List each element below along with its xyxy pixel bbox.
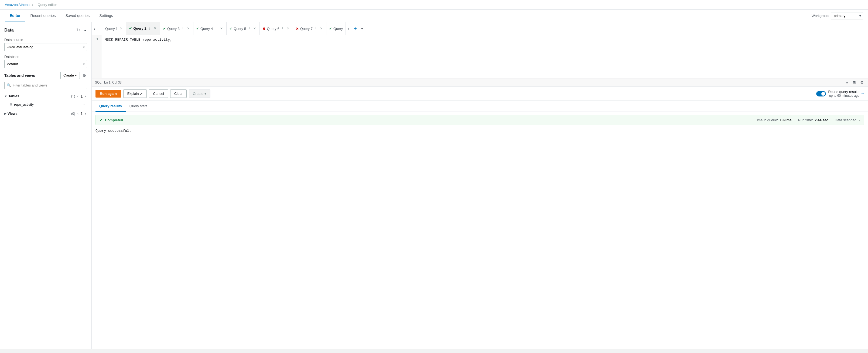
reuse-query-edit-button[interactable]: ✏ xyxy=(862,92,864,96)
views-arrow-icon: ▶ xyxy=(4,112,6,115)
q8-label: Query xyxy=(333,27,343,31)
q1-dots-icon: ⋮ xyxy=(100,26,104,31)
views-section-header[interactable]: ▶ Views (0) ‹ 1 › xyxy=(4,110,87,117)
data-source-label: Data source xyxy=(4,38,87,42)
create-button[interactable]: Create ▾ xyxy=(60,72,80,79)
views-pagination: ‹ 1 › xyxy=(76,111,87,116)
q7-dots-icon: ⋮ xyxy=(314,26,318,31)
editor-status-right: ≡ ⊞ ⚙ xyxy=(845,80,865,85)
tables-section-header[interactable]: ▼ Tables (1) ‹ 1 › xyxy=(4,92,87,100)
q1-close-button[interactable]: ✕ xyxy=(119,26,123,31)
cancel-button[interactable]: Cancel xyxy=(149,90,168,98)
refresh-icon-button[interactable]: ↻ xyxy=(75,27,81,33)
query-result-text: Query successful. xyxy=(92,125,868,137)
results-tab-query-results[interactable]: Query results xyxy=(95,101,126,112)
query-tab-q4[interactable]: ✔ Query 4 ⋮ ✕ xyxy=(193,22,226,35)
query-tabs-dropdown-button[interactable]: ▾ xyxy=(359,22,365,35)
tables-views-title: Tables and views xyxy=(4,73,35,78)
q1-label: Query 1 xyxy=(105,27,118,31)
editor-status-left: SQL Ln 1, Col 33 xyxy=(95,80,122,84)
data-source-select[interactable]: AwsDataCatalog xyxy=(4,43,87,51)
tables-next-button[interactable]: › xyxy=(84,94,87,99)
data-scanned-stat: Data scanned: - xyxy=(835,118,860,122)
query-tabs-bar: ‹ ⋮ Query 1 ✕ ✔ Query 2 ⋮ ✕ ✔ Query 3 ⋮ … xyxy=(92,22,868,35)
q4-close-button[interactable]: ✕ xyxy=(219,26,224,31)
views-next-button[interactable]: › xyxy=(84,111,87,116)
explain-button[interactable]: Explain ↗ xyxy=(123,90,147,98)
tables-prev-button[interactable]: ‹ xyxy=(76,94,80,99)
time-in-queue-stat: Time in queue: 139 ms xyxy=(755,118,792,122)
collapse-icon-button[interactable]: ◂ xyxy=(83,27,87,33)
tables-views-settings-icon[interactable]: ⚙ xyxy=(82,72,87,79)
completed-icon: ✔ xyxy=(99,118,103,122)
query-tab-q6[interactable]: ✖ Query 6 ⋮ ✕ xyxy=(260,22,293,35)
views-section: ▶ Views (0) ‹ 1 › xyxy=(4,110,87,117)
q3-dots-icon: ⋮ xyxy=(181,26,185,31)
q6-label: Query 6 xyxy=(267,27,279,31)
q2-label: Query 2 xyxy=(133,26,146,30)
q2-status-icon: ✔ xyxy=(129,26,132,30)
query-tab-q3[interactable]: ✔ Query 3 ⋮ ✕ xyxy=(160,22,193,35)
completed-text: Completed xyxy=(105,118,753,122)
database-select[interactable]: default xyxy=(4,60,87,68)
q3-close-button[interactable]: ✕ xyxy=(186,26,190,31)
code-editor[interactable]: 1 MSCK REPAIR TABLE repo_activity; xyxy=(92,35,868,78)
query-tabs-next-button[interactable]: › xyxy=(346,22,351,35)
query-tab-q8[interactable]: ✔ Query xyxy=(327,22,346,35)
table-row[interactable]: ⊞ repo_activity ⋮ xyxy=(4,100,87,109)
tab-saved-queries[interactable]: Saved queries xyxy=(61,10,95,22)
q5-status-icon: ✔ xyxy=(229,27,232,31)
toolbar-right: Reuse query results up to 60 minutes ago… xyxy=(816,90,864,98)
workgroup-area: Workgroup primary xyxy=(812,12,863,20)
database-label: Database xyxy=(4,55,87,59)
code-lines[interactable]: MSCK REPAIR TABLE repo_activity; xyxy=(101,35,868,78)
reuse-query-sublabel: up to 60 minutes ago xyxy=(829,94,859,98)
explain-label: Explain xyxy=(127,92,139,96)
run-again-button[interactable]: Run again xyxy=(95,90,121,98)
query-tabs-prev-button[interactable]: ‹ xyxy=(92,22,97,35)
nav-tabs: Editor Recent queries Saved queries Sett… xyxy=(5,10,118,22)
q5-close-button[interactable]: ✕ xyxy=(252,26,257,31)
query-tab-q5[interactable]: ✔ Query 5 ⋮ ✕ xyxy=(226,22,260,35)
q6-close-button[interactable]: ✕ xyxy=(286,26,290,31)
tab-recent-queries[interactable]: Recent queries xyxy=(25,10,60,22)
data-scanned-value: - xyxy=(859,118,860,122)
q6-status-icon: ✖ xyxy=(262,27,266,31)
table-view-icon-button[interactable]: ⊞ xyxy=(851,80,857,85)
tables-page: 1 xyxy=(81,94,83,98)
create-results-dropdown-icon: ▾ xyxy=(205,92,206,96)
tab-settings[interactable]: Settings xyxy=(94,10,118,22)
editor-cursor-pos: Ln 1, Col 33 xyxy=(104,80,122,84)
query-tab-q1[interactable]: ⋮ Query 1 ✕ xyxy=(97,22,126,35)
query-tab-q7[interactable]: ✖ Query 7 ⋮ ✕ xyxy=(293,22,327,35)
create-results-label: Create xyxy=(193,92,204,96)
tab-editor[interactable]: Editor xyxy=(5,10,25,22)
query-tab-q2[interactable]: ✔ Query 2 ⋮ ✕ xyxy=(126,22,160,35)
workgroup-wrapper: primary xyxy=(831,12,863,20)
views-label: Views xyxy=(7,112,70,116)
search-input[interactable] xyxy=(13,83,85,87)
q7-label: Query 7 xyxy=(300,27,313,31)
q2-close-button[interactable]: ✕ xyxy=(153,26,157,30)
breadcrumb-parent-link[interactable]: Amazon Athena xyxy=(5,3,30,7)
reuse-query-toggle[interactable] xyxy=(816,91,826,97)
add-query-tab-button[interactable]: + xyxy=(351,22,359,35)
q3-label: Query 3 xyxy=(167,27,180,31)
format-icon-button[interactable]: ≡ xyxy=(845,80,849,85)
q7-close-button[interactable]: ✕ xyxy=(319,26,323,31)
content-area: ‹ ⋮ Query 1 ✕ ✔ Query 2 ⋮ ✕ ✔ Query 3 ⋮ … xyxy=(92,22,868,349)
sidebar-icons: ↻ ◂ xyxy=(75,27,87,33)
tables-views-search-box[interactable]: 🔍 xyxy=(4,82,87,89)
stats-group: Time in queue: 139 ms Run time: 2.44 sec… xyxy=(755,118,860,122)
tables-views-header: Tables and views Create ▾ ⚙ xyxy=(4,72,87,79)
editor-settings-icon-button[interactable]: ⚙ xyxy=(859,80,865,85)
main-layout: Data ↻ ◂ Data source AwsDataCatalog Data… xyxy=(0,22,868,349)
table-name: repo_activity xyxy=(14,102,80,106)
tables-pagination: ‹ 1 › xyxy=(76,94,87,99)
data-source-select-wrapper: AwsDataCatalog xyxy=(4,43,87,51)
results-tab-query-stats[interactable]: Query stats xyxy=(126,101,151,112)
clear-button[interactable]: Clear xyxy=(170,90,187,98)
table-menu-icon[interactable]: ⋮ xyxy=(81,101,87,107)
views-prev-button[interactable]: ‹ xyxy=(76,111,80,116)
workgroup-select[interactable]: primary xyxy=(831,12,863,20)
